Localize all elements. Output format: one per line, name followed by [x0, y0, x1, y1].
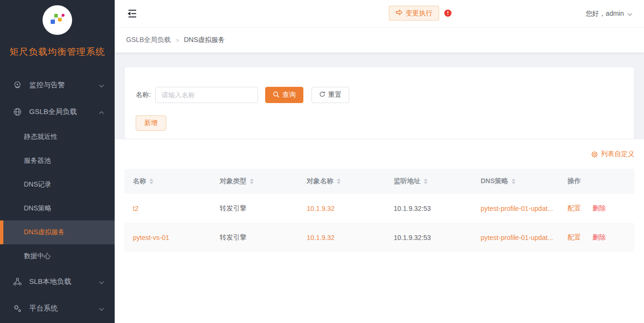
user-greeting: 您好，admin	[586, 10, 624, 18]
sidebar-subitem-label: 服务器池	[24, 156, 51, 165]
vs-name-link[interactable]: pytest-vs-01	[133, 234, 169, 241]
sidebar-subitem-label: 静态就近性	[24, 133, 57, 141]
sort-icon[interactable]	[424, 178, 428, 184]
sidebar-item-gslb[interactable]: GSLB全局负载	[0, 98, 115, 125]
user-menu[interactable]: 您好，admin	[586, 10, 633, 18]
object-type-cell: 转发引擎	[220, 204, 247, 212]
monitor-camera-icon	[13, 81, 22, 90]
sidebar-item-dns-records[interactable]: DNS记录	[0, 173, 115, 197]
configure-link[interactable]: 配置	[568, 204, 581, 212]
sidebar-item-label: SLB本地负载	[29, 277, 71, 286]
main-area: 变更执行 ! 您好，admin GSLB全局负载 > DNS虚拟服务 名称:	[115, 0, 644, 323]
nodes-icon	[13, 277, 22, 286]
change-execute-button[interactable]: 变更执行	[389, 6, 439, 21]
globe-icon	[13, 107, 22, 116]
sort-icon[interactable]	[512, 178, 515, 184]
name-search-input[interactable]	[155, 87, 258, 103]
sidebar-subitem-label: 数据中心	[24, 252, 51, 260]
column-header-object-name[interactable]: 对象名称	[298, 169, 385, 194]
reset-button-label: 重置	[328, 91, 342, 99]
filter-row: 名称: 查询	[136, 87, 623, 103]
app-window: 矩尺负载均衡管理系统 监控与告警	[0, 0, 644, 323]
configure-link[interactable]: 配置	[568, 233, 581, 241]
breadcrumb: GSLB全局负载 > DNS虚拟服务	[115, 27, 644, 52]
change-execute-label: 变更执行	[406, 9, 432, 18]
customize-columns-link[interactable]: 列表自定义	[601, 150, 634, 158]
search-button-label: 查询	[282, 91, 296, 99]
listen-address-cell: 10.1.9.32:53	[394, 234, 431, 241]
chevron-down-icon	[627, 10, 633, 18]
breadcrumb-item-current: DNS虚拟服务	[184, 36, 225, 44]
filter-card: 名称: 查询	[124, 67, 634, 139]
dns-policy-link[interactable]: pytest-profile-01-updat...	[481, 234, 559, 241]
sidebar-item-server-pool[interactable]: 服务器池	[0, 149, 115, 173]
sidebar-item-dns-virtual-service[interactable]: DNS虚拟服务	[0, 220, 115, 244]
gear-icon	[591, 151, 598, 158]
reset-button[interactable]: 重置	[311, 87, 349, 103]
column-header-listen-address[interactable]: 监听地址	[385, 169, 472, 194]
sidebar-item-data-center[interactable]: 数据中心	[0, 244, 115, 268]
object-name-link[interactable]: 10.1.9.32	[307, 234, 334, 241]
menu-fold-icon[interactable]	[126, 8, 138, 20]
vs-name-link[interactable]: t2	[133, 205, 139, 212]
table-row: pytest-vs-01 转发引擎 10.1.9.32 10.1.9.32:53…	[124, 223, 634, 252]
sort-icon[interactable]	[150, 178, 153, 184]
object-name-link[interactable]: 10.1.9.32	[307, 205, 334, 212]
gears-icon	[13, 304, 22, 313]
sort-icon[interactable]	[337, 178, 341, 184]
sidebar-subitem-label: DNS虚拟服务	[24, 228, 65, 237]
sidebar-submenu-gslb: 静态就近性 服务器池 DNS记录 DNS策略 DNS虚拟服务 数据中心	[0, 125, 115, 268]
arrow-right-icon	[396, 9, 403, 17]
search-icon	[273, 91, 279, 99]
column-header-dns-policy[interactable]: DNS策略	[472, 169, 559, 194]
table-header-row: 名称 对象类型 对象名称 监听地址 DNS策略 操作	[124, 169, 634, 194]
breadcrumb-separator: >	[175, 37, 179, 44]
chevron-up-icon	[99, 108, 104, 116]
alert-badge[interactable]: !	[444, 10, 451, 17]
column-header-object-type[interactable]: 对象类型	[211, 169, 298, 194]
sidebar-item-dns-policy[interactable]: DNS策略	[0, 197, 115, 220]
customize-row: 列表自定义	[124, 139, 634, 169]
listen-address-cell: 10.1.9.32:53	[394, 205, 431, 212]
change-execute-wrap: 变更执行 !	[389, 6, 451, 21]
brand-logo	[43, 5, 72, 35]
object-type-cell: 转发引擎	[220, 233, 247, 241]
app-title: 矩尺负载均衡管理系统	[10, 46, 105, 58]
table-row: t2 转发引擎 10.1.9.32 10.1.9.32:53 pytest-pr…	[124, 194, 634, 223]
column-header-name[interactable]: 名称	[124, 169, 211, 194]
chevron-down-icon	[99, 81, 104, 89]
table-panel: 列表自定义 名称 对象类型 对象名称 监听地址 DNS策略	[115, 139, 644, 323]
sidebar-subitem-label: DNS策略	[24, 204, 52, 213]
content-area: 名称: 查询	[115, 52, 644, 323]
search-button[interactable]: 查询	[265, 87, 303, 103]
network-nodes-icon	[49, 11, 66, 29]
add-button[interactable]: 新增	[136, 115, 166, 131]
topbar: 变更执行 ! 您好，admin	[115, 0, 644, 27]
column-header-actions: 操作	[559, 169, 634, 194]
sidebar-item-static-proximity[interactable]: 静态就近性	[0, 125, 115, 149]
sidebar-nav: 监控与告警 GSLB全局负载 静态就近性	[0, 72, 115, 323]
refresh-icon	[319, 91, 325, 99]
delete-link[interactable]: 删除	[592, 204, 606, 212]
breadcrumb-item-gslb[interactable]: GSLB全局负载	[126, 36, 171, 44]
chevron-down-icon	[99, 304, 104, 313]
sidebar-item-label: 监控与告警	[29, 81, 65, 90]
name-label: 名称:	[136, 91, 151, 99]
add-row: 新增	[136, 115, 623, 131]
sidebar-item-platform[interactable]: 平台系统	[0, 295, 115, 322]
sidebar-subitem-label: DNS记录	[24, 180, 52, 189]
sort-icon[interactable]	[250, 178, 254, 184]
delete-link[interactable]: 删除	[592, 233, 606, 241]
sidebar-item-label: 平台系统	[29, 304, 58, 313]
dns-policy-link[interactable]: pytest-profile-01-updat...	[481, 205, 559, 212]
brand: 矩尺负载均衡管理系统	[0, 0, 115, 72]
add-button-label: 新增	[144, 119, 158, 127]
chevron-down-icon	[99, 278, 104, 286]
sidebar-item-label: GSLB全局负载	[29, 107, 77, 116]
dns-virtual-service-table: 名称 对象类型 对象名称 监听地址 DNS策略 操作 t2 转发引擎 10.1.	[124, 169, 634, 252]
sidebar: 矩尺负载均衡管理系统 监控与告警	[0, 0, 115, 323]
sidebar-item-monitoring[interactable]: 监控与告警	[0, 72, 115, 98]
sidebar-item-slb[interactable]: SLB本地负载	[0, 268, 115, 295]
